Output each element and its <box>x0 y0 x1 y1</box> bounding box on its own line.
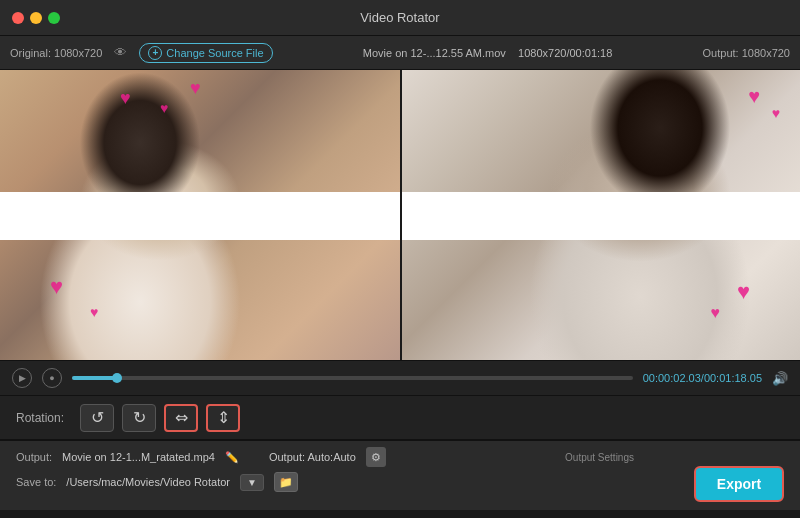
output-settings-label: Output Settings <box>565 452 634 463</box>
output-file-label: Output: <box>16 451 52 463</box>
folder-dropdown[interactable]: ▼ <box>240 474 264 491</box>
play-button[interactable]: ▶ <box>12 368 32 388</box>
output-format-label: Output: Auto:Auto <box>269 451 356 463</box>
heart-decoration: ♥ <box>90 304 98 320</box>
maximize-button[interactable] <box>48 12 60 24</box>
original-resolution-label: Original: 1080x720 <box>10 47 102 59</box>
file-name: Movie on 12-...12.55 AM.mov <box>363 47 506 59</box>
heart-decoration: ♥ <box>737 279 750 305</box>
heart-decoration: ♥ <box>160 100 168 116</box>
browse-folder-button[interactable]: 📁 <box>274 472 298 492</box>
playback-bar: ▶ ● 00:00:02.03/00:01:18.05 🔊 <box>0 360 800 396</box>
rotate-ccw-button[interactable]: ↺ <box>80 404 114 432</box>
progress-thumb <box>112 373 122 383</box>
output-file-name: Movie on 12-1...M_ratated.mp4 <box>62 451 215 463</box>
export-label: Export <box>717 476 761 492</box>
heart-decoration: ♥ <box>711 304 721 322</box>
plus-circle-icon: + <box>148 46 162 60</box>
volume-icon[interactable]: 🔊 <box>772 371 788 386</box>
title-bar: Video Rotator <box>0 0 800 36</box>
progress-track[interactable] <box>72 376 633 380</box>
progress-fill <box>72 376 117 380</box>
stop-button[interactable]: ● <box>42 368 62 388</box>
time-total: /00:01:18.05 <box>701 372 762 384</box>
rotation-bar: Rotation: ↺ ↻ ⇔ ⇕ <box>0 396 800 440</box>
window-title: Video Rotator <box>360 10 439 25</box>
video-divider <box>400 70 402 360</box>
format-value: Auto:Auto <box>307 451 355 463</box>
save-path: /Users/mac/Movies/Video Rotator <box>66 476 230 488</box>
time-current: 00:00:02.03 <box>643 372 701 384</box>
file-resolution: 1080x720/00:01:18 <box>518 47 612 59</box>
dropdown-arrow: ▼ <box>247 477 257 488</box>
export-button[interactable]: Export <box>694 466 784 502</box>
output-row: Output: Movie on 12-1...M_ratated.mp4 ✏️… <box>16 447 784 467</box>
heart-decoration: ♥ <box>120 88 131 109</box>
heart-decoration: ♥ <box>50 274 63 300</box>
time-display: 00:00:02.03/00:01:18.05 <box>643 372 762 384</box>
heart-decoration: ♥ <box>748 85 760 108</box>
change-source-label: Change Source File <box>166 47 263 59</box>
top-toolbar: Original: 1080x720 👁 + Change Source Fil… <box>0 36 800 70</box>
output-resolution-label: Output: 1080x720 <box>703 47 790 59</box>
minimize-button[interactable] <box>30 12 42 24</box>
save-label: Save to: <box>16 476 56 488</box>
output-settings-button[interactable]: ⚙ <box>366 447 386 467</box>
rotation-label: Rotation: <box>16 411 64 425</box>
heart-decoration: ♥ <box>190 78 201 99</box>
video-preview-area: ♥ ♥ ♥ ♥ ♥ ♥ ♥ ♥ ♥ <box>0 70 800 360</box>
format-label: Output: <box>269 451 305 463</box>
save-row: Save to: /Users/mac/Movies/Video Rotator… <box>16 472 784 492</box>
flip-horizontal-button[interactable]: ⇔ <box>164 404 198 432</box>
bottom-bar: Output: Movie on 12-1...M_ratated.mp4 ✏️… <box>0 440 800 510</box>
rotate-cw-button[interactable]: ↻ <box>122 404 156 432</box>
file-info: Movie on 12-...12.55 AM.mov 1080x720/00:… <box>285 47 691 59</box>
close-button[interactable] <box>12 12 24 24</box>
window-controls <box>12 12 60 24</box>
flip-vertical-button[interactable]: ⇕ <box>206 404 240 432</box>
change-source-button[interactable]: + Change Source File <box>139 43 272 63</box>
edit-filename-icon[interactable]: ✏️ <box>225 451 239 464</box>
eye-icon[interactable]: 👁 <box>114 45 127 60</box>
heart-decoration: ♥ <box>772 105 780 121</box>
